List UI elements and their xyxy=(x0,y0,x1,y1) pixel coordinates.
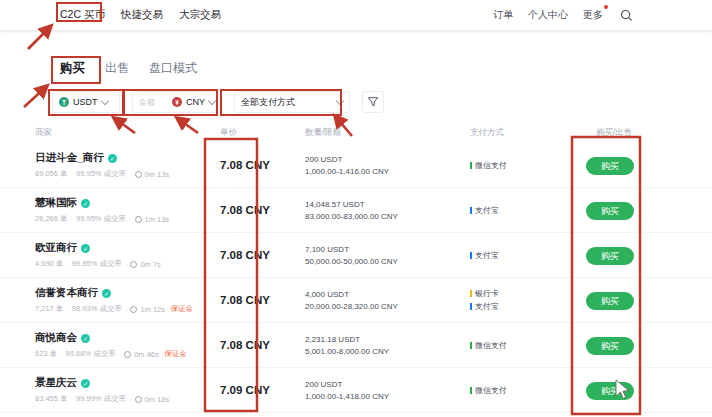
buy-button[interactable]: 购买 xyxy=(586,337,634,355)
tab-buy[interactable]: 购买 xyxy=(60,60,85,77)
merchant-cell: 日进斗金_商行 ✓ 69,056 单 · 99.95% 成交率 · 0m 13s xyxy=(35,151,220,179)
table-row: 欧亚商行 ✓ 4,690 单 · 99.95% 成交率 · 0m 7s 7.08… xyxy=(0,233,712,278)
annotation-arrow-buy-tab xyxy=(24,86,47,107)
dot-separator: · xyxy=(66,260,69,269)
available-amount: 200 USDT xyxy=(305,380,470,389)
limit-range: 83,000.00-83,000.00 CNY xyxy=(305,212,470,221)
merchant-stats: 7,217 单 · 98.93% 成交率 · 1m 12s ·保证金 xyxy=(35,304,220,314)
price: 7.08 CNY xyxy=(220,159,305,171)
payment-methods: 支付宝 xyxy=(470,203,590,217)
alipay-payment-marker-icon xyxy=(470,252,472,259)
quantity-cell: 200 USDT 1,000.00-1,416.00 CNY xyxy=(305,155,470,176)
verified-badge-icon: ✓ xyxy=(81,334,90,343)
bankcard-payment-marker-icon xyxy=(470,290,472,297)
top-nav: C2C 买币 快捷交易 大宗交易 订单 个人中心 更多 xyxy=(0,0,712,30)
dot-separator: · xyxy=(71,170,74,179)
merchant-stats: 26,266 单 · 99.95% 成交率 · 1m 13s xyxy=(35,214,220,224)
payment-method-name: 支付宝 xyxy=(475,301,499,312)
table-row: 景星庆云 ✓ 83,455 单 · 99.99% 成交率 · 0m 18s 7.… xyxy=(0,368,712,413)
completion-rate: 99.68% 成交率 xyxy=(66,349,116,359)
clock-icon xyxy=(135,171,142,178)
quantity-cell: 2,231.18 USDT 5,001.00-8,000.00 CNY xyxy=(305,335,470,356)
filter-bar: T USDT 金额 ¥ CNY 全部支付方式 xyxy=(52,91,384,113)
dot-separator: · xyxy=(119,350,122,359)
tab-sell[interactable]: 出售 xyxy=(105,60,129,77)
completion-rate: 99.95% 成交率 xyxy=(76,214,126,224)
merchant-cell: 慧琳国际 ✓ 26,266 单 · 99.95% 成交率 · 1m 13s xyxy=(35,196,220,224)
payment-method-dropdown[interactable]: 全部支付方式 xyxy=(234,91,350,113)
order-count: 26,266 单 xyxy=(35,214,68,224)
payment-method-name: 微信支付 xyxy=(475,340,507,351)
merchant-name[interactable]: 欧亚商行 xyxy=(35,241,77,255)
filter-button[interactable] xyxy=(362,91,384,113)
release-time: 0m 7s xyxy=(140,260,160,269)
buy-button[interactable]: 购买 xyxy=(586,382,634,400)
alipay-payment-marker-icon xyxy=(470,303,472,310)
table-row: 商悦商会 ✓ 623 单 · 99.68% 成交率 · 0m 46s ·保证金 … xyxy=(0,323,712,368)
tab-orderbook-mode[interactable]: 盘口模式 xyxy=(149,60,197,77)
price: 7.08 CNY xyxy=(220,249,305,261)
merchant-cell: 信誉资本商行 ✓ 7,217 单 · 98.93% 成交率 · 1m 12s ·… xyxy=(35,286,220,314)
quantity-cell: 200 USDT 1,000.00-1,418.00 CNY xyxy=(305,380,470,401)
payment-method: 微信支付 xyxy=(470,385,590,396)
payment-method: 微信支付 xyxy=(470,340,590,351)
available-amount: 4,000 USDT xyxy=(305,290,470,299)
verified-badge-icon: ✓ xyxy=(108,154,117,163)
nav-item-orders[interactable]: 订单 xyxy=(493,8,513,22)
asset-dropdown[interactable]: T USDT xyxy=(52,91,120,113)
clock-icon xyxy=(130,306,137,313)
clock-icon xyxy=(135,396,142,403)
payment-methods: 微信支付 xyxy=(470,158,590,172)
merchant-name[interactable]: 日进斗金_商行 xyxy=(35,151,104,165)
clock-icon xyxy=(130,261,137,268)
payment-method-name: 微信支付 xyxy=(475,385,507,396)
buy-button[interactable]: 购买 xyxy=(586,157,634,175)
header-payment: 支付方式 xyxy=(470,127,590,139)
header-merchant: 商家 xyxy=(35,127,220,139)
payment-dropdown-value: 全部支付方式 xyxy=(241,96,295,109)
payment-method: 支付宝 xyxy=(470,250,590,261)
asset-dropdown-value: USDT xyxy=(73,97,98,107)
payment-method: 支付宝 xyxy=(470,301,590,312)
buy-button[interactable]: 购买 xyxy=(586,202,634,220)
amount-placeholder: 金额 xyxy=(139,97,155,108)
search-icon[interactable] xyxy=(618,7,634,23)
release-time: 1m 12s xyxy=(140,305,165,314)
margin-tag: 保证金 xyxy=(164,349,187,358)
price: 7.08 CNY xyxy=(220,339,305,351)
price: 7.09 CNY xyxy=(220,384,305,396)
merchant-name[interactable]: 信誉资本商行 xyxy=(35,286,98,300)
amount-input[interactable]: 金额 ¥ CNY xyxy=(132,91,222,113)
release-time: 1m 13s xyxy=(145,215,170,224)
merchant-stats: 623 单 · 99.68% 成交率 · 0m 46s ·保证金 xyxy=(35,349,220,359)
merchant-name[interactable]: 商悦商会 xyxy=(35,331,77,345)
table-header: 商家 单价 数量/限额 支付方式 购买/出售 xyxy=(0,127,712,139)
verified-badge-icon: ✓ xyxy=(81,379,90,388)
merchant-stats: 69,056 单 · 99.95% 成交率 · 0m 13s xyxy=(35,169,220,179)
header-action: 购买/出售 xyxy=(590,127,702,139)
order-count: 623 单 xyxy=(35,349,57,359)
buy-button[interactable]: 购买 xyxy=(586,247,634,265)
limit-range: 5,001.00-8,000.00 CNY xyxy=(305,347,470,356)
merchant-cell: 景星庆云 ✓ 83,455 单 · 99.99% 成交率 · 0m 18s xyxy=(35,376,220,404)
chevron-down-icon xyxy=(208,96,216,104)
merchant-name[interactable]: 景星庆云 xyxy=(35,376,77,390)
margin-tag: 保证金 xyxy=(171,304,194,313)
table-row: 信誉资本商行 ✓ 7,217 单 · 98.93% 成交率 · 1m 12s ·… xyxy=(0,278,712,323)
nav-item-c2c-buy[interactable]: C2C 买币 xyxy=(60,8,105,22)
merchant-name[interactable]: 慧琳国际 xyxy=(35,196,77,210)
wechat-payment-marker-icon xyxy=(470,162,472,169)
price: 7.08 CNY xyxy=(220,294,305,306)
nav-item-block-trade[interactable]: 大宗交易 xyxy=(179,8,221,22)
dot-separator: · xyxy=(125,305,128,314)
limit-range: 1,000.00-1,416.00 CNY xyxy=(305,167,470,176)
dot-separator: · xyxy=(129,395,132,404)
nav-item-more[interactable]: 更多 xyxy=(583,8,603,22)
wechat-payment-marker-icon xyxy=(470,387,472,394)
buy-button[interactable]: 购买 xyxy=(586,292,634,310)
payment-method-name: 银行卡 xyxy=(475,288,499,299)
payment-method-name: 支付宝 xyxy=(475,205,499,216)
nav-right-group: 订单 个人中心 更多 xyxy=(493,0,634,30)
nav-item-profile[interactable]: 个人中心 xyxy=(528,8,568,22)
nav-item-express-trade[interactable]: 快捷交易 xyxy=(121,8,163,22)
